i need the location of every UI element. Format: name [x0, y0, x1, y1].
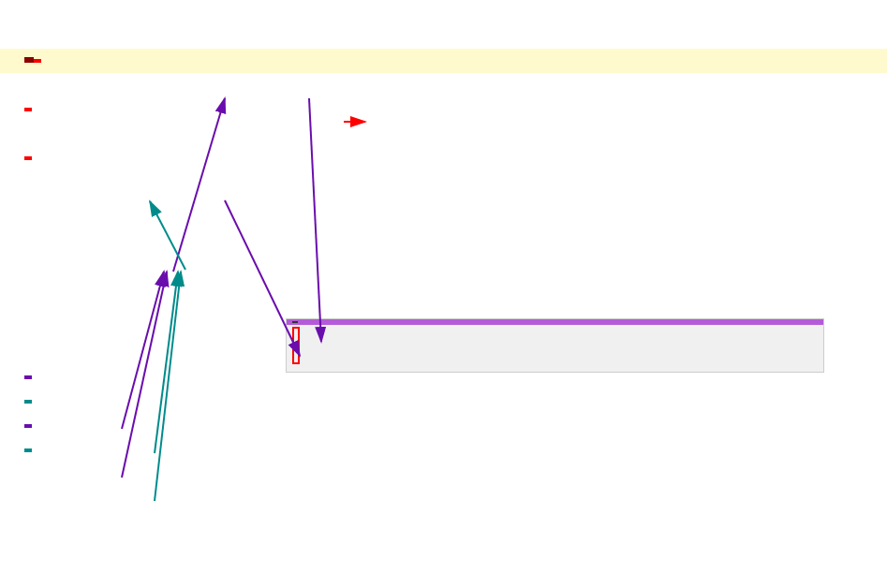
- code-line: [0, 292, 887, 316]
- code-text: [14, 414, 32, 433]
- code-text: [14, 49, 41, 67]
- code-text: [14, 122, 24, 140]
- code-line: [0, 122, 887, 146]
- code-line: [0, 24, 887, 49]
- code-line: [0, 243, 887, 268]
- console-window: [286, 318, 824, 373]
- code-text: [14, 170, 24, 189]
- code-line: [0, 97, 887, 122]
- code-line: [0, 146, 887, 170]
- code-line: [0, 195, 887, 219]
- code-line: [0, 268, 887, 292]
- code-text: [14, 365, 32, 384]
- code-line: [0, 463, 887, 487]
- code-line: [0, 438, 887, 463]
- code-line: [0, 219, 887, 243]
- code-line: [0, 0, 887, 24]
- code-text: [14, 24, 24, 43]
- code-line: [0, 487, 887, 511]
- code-line: [0, 414, 887, 438]
- console-output-highlight: [292, 327, 300, 364]
- code-text: [14, 73, 24, 92]
- code-line: [0, 73, 887, 97]
- console-body: [287, 325, 823, 372]
- code-text: [14, 146, 32, 165]
- code-text: [14, 390, 32, 408]
- code-editor: [0, 0, 887, 511]
- code-text: [14, 463, 24, 481]
- code-line: [0, 49, 887, 73]
- code-text: [14, 438, 32, 457]
- code-line: [0, 390, 887, 414]
- code-text: [14, 0, 24, 19]
- console-icon: [292, 321, 298, 323]
- code-line: [0, 170, 887, 195]
- code-text: [14, 97, 32, 116]
